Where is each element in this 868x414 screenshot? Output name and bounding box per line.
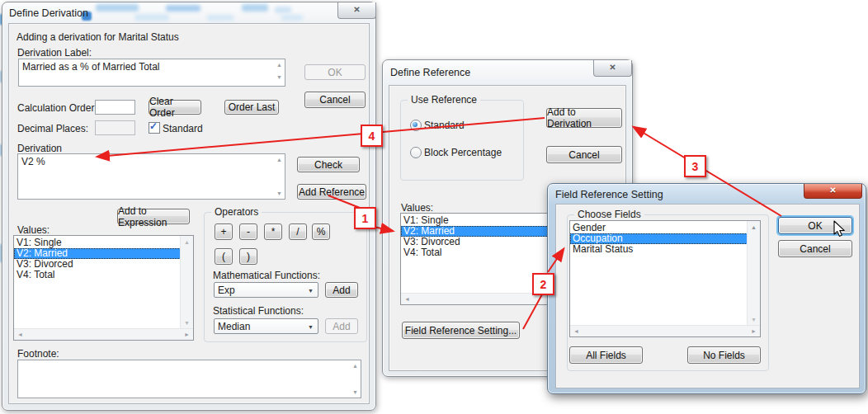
checkmark-icon: ✓ bbox=[149, 120, 158, 132]
derivation-caption: Derivation bbox=[17, 143, 62, 154]
dialog-body: Adding a derivation for Marital Status D… bbox=[8, 23, 370, 404]
clear-order-button[interactable]: Clear Order bbox=[149, 100, 201, 115]
scroll-up-icon[interactable]: ▲ bbox=[276, 62, 282, 68]
stat-add-button[interactable]: Add bbox=[325, 318, 358, 334]
close-icon[interactable]: ✕ bbox=[804, 184, 862, 199]
close-icon[interactable]: ✕ bbox=[337, 2, 376, 19]
scroll-down-icon[interactable]: ▼ bbox=[352, 389, 358, 395]
standard-radio-label: Standard bbox=[424, 120, 465, 131]
stat-functions-caption: Statistical Functions: bbox=[213, 305, 304, 317]
operator-close-paren-button[interactable]: ) bbox=[239, 248, 257, 265]
window-field-reference-setting: Field Reference Setting ✕ Choose Fields … bbox=[547, 183, 866, 394]
use-reference-group: Use Reference bbox=[400, 100, 524, 181]
order-last-button[interactable]: Order Last bbox=[224, 100, 279, 115]
field-reference-setting-button[interactable]: Field Reference Setting... bbox=[402, 322, 520, 339]
titlebar-define-derivation[interactable]: Define Derivation ✕ bbox=[2, 2, 375, 24]
stat-function-select[interactable]: Median ▼ bbox=[214, 318, 318, 334]
add-to-expression-button[interactable]: Add to Expression bbox=[117, 209, 190, 224]
dialog-body: Choose Fields Gender Occupation Marital … bbox=[555, 204, 860, 388]
chevron-down-icon: ▼ bbox=[308, 323, 314, 329]
use-reference-caption: Use Reference bbox=[408, 94, 480, 106]
scroll-left-icon[interactable]: ◄ bbox=[17, 332, 23, 337]
titlebar-define-reference[interactable]: Define Reference ✕ bbox=[383, 60, 632, 82]
standard-radio[interactable] bbox=[410, 120, 422, 131]
calculation-order-caption: Calculation Order: bbox=[17, 102, 97, 114]
vertical-scrollbar[interactable]: ▲ ▼ bbox=[180, 236, 193, 329]
screenshot-canvas: Define Derivation ✕ Adding a derivation … bbox=[0, 0, 868, 414]
footnote-caption: Footnote: bbox=[17, 348, 59, 360]
scroll-up-icon[interactable]: ▲ bbox=[352, 363, 358, 369]
scroll-up-icon[interactable]: ▲ bbox=[276, 157, 282, 162]
horizontal-scrollbar[interactable]: ◄ ► bbox=[570, 325, 760, 336]
values-caption: Values: bbox=[401, 202, 433, 214]
horizontal-scrollbar[interactable]: ◄ ► bbox=[14, 328, 193, 340]
operators-caption: Operators bbox=[211, 206, 262, 218]
window-title: Define Reference bbox=[390, 67, 470, 78]
standard-checkbox[interactable]: ✓ bbox=[149, 122, 160, 134]
add-to-derivation-button[interactable]: Add to Derivation bbox=[546, 108, 622, 128]
ok-button[interactable]: OK bbox=[304, 64, 366, 80]
window-title: Define Derivation bbox=[9, 7, 88, 19]
decimal-places-caption: Decimal Places: bbox=[17, 123, 88, 134]
choose-fields-caption: Choose Fields bbox=[574, 209, 644, 220]
list-item[interactable]: Marital Status bbox=[570, 244, 748, 255]
block-percentage-radio[interactable] bbox=[410, 147, 422, 158]
scroll-right-icon[interactable]: ► bbox=[184, 332, 190, 337]
operator-plus-button[interactable]: + bbox=[215, 223, 233, 240]
check-button[interactable]: Check bbox=[297, 157, 360, 172]
cancel-button[interactable]: Cancel bbox=[546, 146, 622, 163]
scroll-left-icon[interactable]: ◄ bbox=[404, 296, 410, 302]
derivation-label-input[interactable]: Married as a % of Married Total ▲ ▼ bbox=[18, 59, 285, 87]
math-function-select[interactable]: Exp ▼ bbox=[214, 282, 318, 298]
standard-checkbox-label: Standard bbox=[163, 123, 203, 134]
values-caption: Values: bbox=[17, 224, 50, 236]
cancel-button[interactable]: Cancel bbox=[304, 92, 366, 108]
decimal-places-input[interactable] bbox=[95, 120, 135, 135]
scroll-down-icon[interactable]: ▼ bbox=[276, 74, 282, 80]
scroll-right-icon[interactable]: ► bbox=[751, 328, 757, 334]
block-percentage-radio-label: Block Percentage bbox=[424, 147, 502, 158]
ok-button[interactable]: OK bbox=[778, 217, 852, 234]
titlebar-field-reference-setting[interactable]: Field Reference Setting ✕ bbox=[548, 184, 866, 205]
list-item[interactable]: V4: Total bbox=[14, 270, 181, 280]
callout-step-2: 2 bbox=[532, 273, 554, 295]
operator-divide-button[interactable]: / bbox=[289, 223, 307, 240]
derivation-label-caption: Derivation Label: bbox=[17, 47, 92, 59]
choose-fields-group: Choose Fields Gender Occupation Marital … bbox=[567, 214, 769, 371]
fields-listbox[interactable]: Gender Occupation Marital Status ▲ ▼ ◄ ► bbox=[569, 220, 761, 337]
callout-step-4: 4 bbox=[361, 125, 383, 147]
chevron-down-icon: ▼ bbox=[308, 287, 314, 293]
vertical-scrollbar[interactable]: ▲ ▼ bbox=[747, 221, 760, 326]
intro-text: Adding a derivation for Marital Status bbox=[17, 31, 179, 43]
no-fields-button[interactable]: No Fields bbox=[687, 346, 761, 364]
operator-percent-button[interactable]: % bbox=[312, 223, 330, 240]
window-title: Field Reference Setting bbox=[555, 189, 663, 200]
all-fields-button[interactable]: All Fields bbox=[569, 346, 643, 364]
scroll-down-icon[interactable]: ▼ bbox=[751, 317, 757, 322]
operators-group: Operators + - * / % ( ) Mathematical Fun… bbox=[204, 212, 367, 342]
window-define-derivation: Define Derivation ✕ Adding a derivation … bbox=[2, 2, 376, 411]
scroll-up-icon[interactable]: ▲ bbox=[751, 224, 757, 230]
calculation-order-input[interactable] bbox=[95, 100, 135, 115]
cancel-button[interactable]: Cancel bbox=[778, 240, 852, 257]
scroll-left-icon[interactable]: ◄ bbox=[573, 328, 579, 334]
close-icon[interactable]: ✕ bbox=[593, 60, 632, 77]
values-listbox[interactable]: V1: Single V2: Married V3: Divorced V4: … bbox=[13, 235, 194, 341]
add-reference-button[interactable]: Add Reference bbox=[297, 184, 366, 200]
derivation-expression-input[interactable]: V2 % ▲ ▼ bbox=[17, 153, 285, 200]
scroll-down-icon[interactable]: ▼ bbox=[184, 320, 190, 326]
operator-open-paren-button[interactable]: ( bbox=[215, 248, 233, 265]
footnote-input[interactable]: ▲ ▼ bbox=[17, 360, 361, 398]
operator-minus-button[interactable]: - bbox=[239, 223, 257, 240]
callout-step-1: 1 bbox=[354, 207, 376, 229]
operator-multiply-button[interactable]: * bbox=[264, 223, 282, 240]
math-functions-caption: Mathematical Functions: bbox=[213, 270, 320, 281]
math-add-button[interactable]: Add bbox=[325, 282, 358, 298]
callout-step-3: 3 bbox=[684, 155, 706, 177]
scroll-down-icon[interactable]: ▼ bbox=[276, 191, 282, 196]
scroll-up-icon[interactable]: ▲ bbox=[184, 239, 190, 245]
